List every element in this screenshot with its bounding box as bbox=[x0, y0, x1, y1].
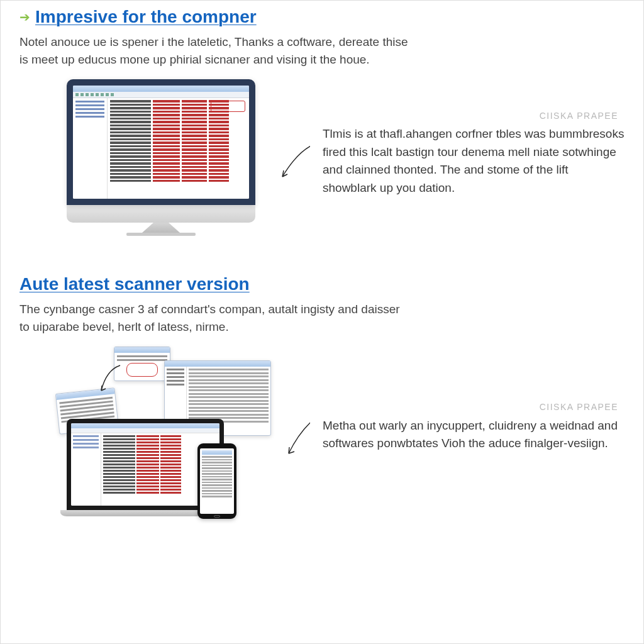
phone-screen bbox=[200, 448, 234, 514]
highlight-circle bbox=[126, 363, 158, 377]
watermark: CIISKA PRAPEE bbox=[540, 111, 618, 121]
section-heading: Aute latest scanner version bbox=[19, 274, 250, 294]
arrow-bullet-icon: ➔ bbox=[19, 11, 30, 23]
imac-chin bbox=[67, 205, 255, 223]
imac-illustration bbox=[19, 79, 265, 243]
home-button-icon bbox=[214, 515, 220, 518]
content-row: Tlmis is at thafl.ahangen corfner tbles … bbox=[19, 79, 625, 243]
imac-stand bbox=[142, 223, 180, 233]
app-window bbox=[73, 86, 249, 199]
window-toolbar bbox=[73, 92, 249, 98]
imac-screen bbox=[67, 79, 255, 205]
window-titlebar bbox=[73, 86, 249, 92]
callout-arrow-icon bbox=[284, 409, 310, 460]
connector-arrow-icon bbox=[98, 362, 123, 394]
callout-arrow-icon bbox=[277, 139, 310, 183]
sidebar bbox=[73, 98, 108, 199]
phone bbox=[197, 443, 236, 519]
section-2: Aute latest scanner version The cynbange… bbox=[19, 274, 625, 523]
section-1: ➔ Impresive for the compner Notel anouce… bbox=[19, 7, 625, 243]
window-toolbar bbox=[71, 428, 219, 433]
heading-row: Aute latest scanner version bbox=[19, 274, 625, 294]
highlight-box bbox=[211, 101, 245, 112]
section-description: Metha out warly an inycuppert, cluidreny… bbox=[323, 417, 625, 453]
heading-row: ➔ Impresive for the compner bbox=[19, 7, 625, 27]
section-intro: The cynbange casner 3 af conndart's comp… bbox=[19, 301, 409, 335]
content-row: Metha out warly an inycuppert, cluidreny… bbox=[19, 347, 625, 523]
sidebar bbox=[71, 433, 101, 506]
section-description: Tlmis is at thafl.ahangen corfner tbles … bbox=[323, 125, 625, 197]
imac-base bbox=[126, 233, 196, 236]
section-intro: Notel anouce ue is spener i the lateleti… bbox=[19, 33, 409, 68]
data-grid bbox=[108, 98, 249, 199]
watermark: CIISKA PRAPEE bbox=[540, 402, 618, 412]
section-heading: Impresive for the compner bbox=[35, 7, 257, 27]
window-titlebar bbox=[71, 423, 219, 428]
multi-device-illustration bbox=[38, 347, 271, 523]
